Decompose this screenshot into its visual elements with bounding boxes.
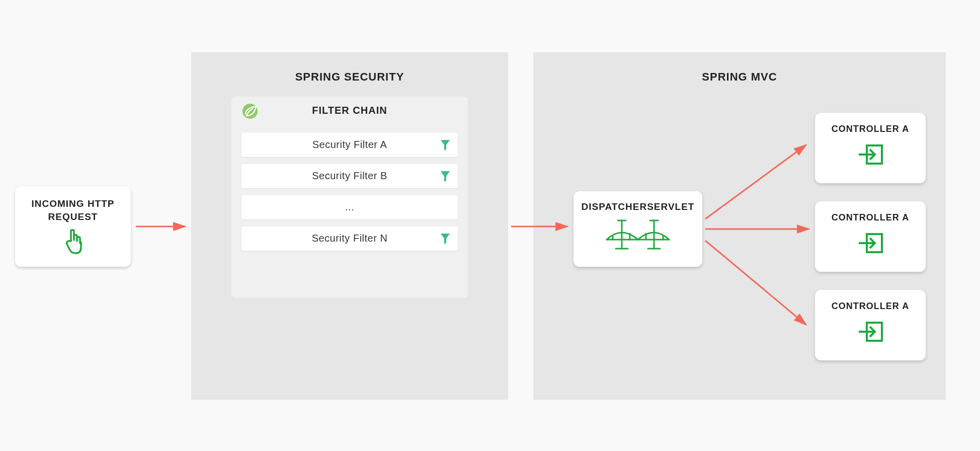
enter-arrow-icon xyxy=(815,231,926,255)
filter-row: Security Filter B xyxy=(241,164,458,188)
enter-arrow-icon xyxy=(815,142,926,167)
pointer-hand-icon xyxy=(15,228,131,254)
filter-row: Security Filter N xyxy=(241,227,458,251)
svg-line-21 xyxy=(705,145,806,219)
filter-label: Security Filter B xyxy=(241,170,458,182)
controller-card: CONTROLLER A xyxy=(815,290,926,360)
filter-row: ... xyxy=(241,195,458,219)
spring-security-panel: SPRING SECURITY FILTER CHAIN Security Fi… xyxy=(191,52,508,400)
enter-arrow-icon xyxy=(815,320,926,344)
filter-chain-box: FILTER CHAIN Security Filter ASecurity F… xyxy=(231,97,468,298)
dispatcher-servlet-card: DISPATCHERSERVLET xyxy=(574,191,702,267)
arrow-security-to-dispatcher xyxy=(510,221,571,232)
controller-card: CONTROLLER A xyxy=(815,201,926,272)
arrow-incoming-to-security xyxy=(135,221,189,232)
filter-row: Security Filter A xyxy=(241,133,458,157)
bridge-icon xyxy=(574,216,702,252)
svg-line-23 xyxy=(705,241,806,325)
arrow-dispatcher-to-controller-1 xyxy=(703,141,814,232)
controller-title: CONTROLLER A xyxy=(815,124,926,134)
incoming-request-card: INCOMING HTTP REQUEST xyxy=(15,186,131,267)
filter-label: ... xyxy=(241,201,458,213)
arrow-dispatcher-to-controller-3 xyxy=(703,237,814,332)
spring-mvc-title: SPRING MVC xyxy=(533,70,946,84)
spring-security-title: SPRING SECURITY xyxy=(191,70,508,84)
controller-title: CONTROLLER A xyxy=(815,301,926,312)
dispatcher-servlet-title: DISPATCHERSERVLET xyxy=(574,201,702,212)
arrow-dispatcher-to-controller-2 xyxy=(703,224,814,234)
funnel-icon xyxy=(440,170,451,184)
incoming-line2: REQUEST xyxy=(48,211,98,222)
filter-label: Security Filter A xyxy=(241,139,458,151)
filter-chain-title: FILTER CHAIN xyxy=(231,105,468,116)
incoming-line1: INCOMING HTTP xyxy=(32,198,115,209)
controller-title: CONTROLLER A xyxy=(815,212,926,223)
controller-card: CONTROLLER A xyxy=(815,113,926,183)
funnel-icon xyxy=(440,139,451,153)
funnel-icon xyxy=(440,233,451,247)
filter-label: Security Filter N xyxy=(241,233,458,244)
